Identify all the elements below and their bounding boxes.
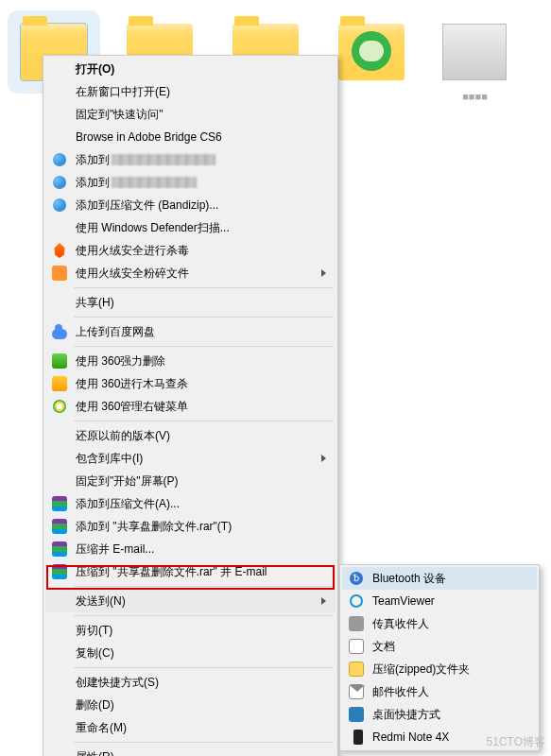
- menu-cut[interactable]: 剪切(T): [45, 619, 336, 642]
- zip-icon: [348, 661, 365, 678]
- menu-separator: [74, 667, 334, 668]
- submenu-desktop-shortcut[interactable]: 桌面快捷方式: [342, 703, 537, 726]
- desktop-icon: [348, 706, 365, 723]
- tinder-icon: [51, 242, 68, 259]
- menu-bandizip-addto-2[interactable]: 添加到: [45, 171, 336, 194]
- submenu-bluetooth[interactable]: ␢ Bluetooth 设备: [342, 567, 537, 590]
- menu-360-force-delete[interactable]: 使用 360强力删除: [45, 350, 336, 372]
- submenu-arrow-icon: [321, 269, 326, 277]
- menu-separator: [74, 586, 334, 587]
- menu-tinder-scan[interactable]: 使用火绒安全进行杀毒: [45, 239, 336, 262]
- menu-separator: [74, 287, 334, 288]
- menu-360-trojan-scan[interactable]: 使用 360进行木马查杀: [45, 372, 336, 395]
- menu-share[interactable]: 共享(H): [45, 291, 336, 314]
- redacted-text: [112, 177, 197, 188]
- submenu-compressed-folder[interactable]: 压缩(zipped)文件夹: [342, 658, 537, 680]
- monkey-icon: [352, 31, 391, 71]
- menu-delete[interactable]: 删除(D): [45, 694, 336, 716]
- bandizip-icon: [51, 197, 68, 214]
- submenu-documents[interactable]: 文档: [342, 635, 537, 658]
- menu-copy[interactable]: 复制(C): [45, 642, 336, 664]
- redacted-text: [112, 154, 215, 165]
- menu-rar-add[interactable]: 添加到压缩文件(A)...: [45, 492, 336, 515]
- menu-properties[interactable]: 属性(R): [45, 746, 336, 756]
- menu-open-new-window[interactable]: 在新窗口中打开(E): [45, 80, 336, 103]
- menu-include-library[interactable]: 包含到库中(I): [45, 447, 336, 470]
- menu-tinder-shred[interactable]: 使用火绒安全粉碎文件: [45, 262, 336, 284]
- menu-pin-quick-access[interactable]: 固定到"快速访问": [45, 103, 336, 126]
- submenu-arrow-icon: [321, 597, 326, 605]
- phone-icon: [348, 729, 365, 746]
- 360-icon: [51, 398, 68, 415]
- menu-adobe-bridge[interactable]: Browse in Adobe Bridge CS6: [45, 126, 336, 148]
- fax-icon: [348, 615, 365, 632]
- cloud-icon: [51, 323, 68, 340]
- watermark-text: 51CTO博客: [487, 734, 545, 750]
- menu-360-context-menu[interactable]: 使用 360管理右键菜单: [45, 395, 336, 418]
- menu-separator: [74, 346, 334, 347]
- sendto-submenu: ␢ Bluetooth 设备 TeamViewer 传真收件人 文档 压缩(zi…: [339, 564, 540, 751]
- menu-open[interactable]: 打开(O): [45, 58, 336, 80]
- menu-separator: [74, 615, 334, 616]
- folder-item[interactable]: [338, 24, 405, 80]
- teamviewer-icon: [348, 593, 365, 610]
- winrar-icon: [51, 563, 68, 580]
- winrar-icon: [51, 495, 68, 512]
- menu-create-shortcut[interactable]: 创建快捷方式(S): [45, 671, 336, 694]
- trash-icon: [51, 352, 68, 369]
- submenu-teamviewer[interactable]: TeamViewer: [342, 590, 537, 612]
- file-thumbnail[interactable]: [442, 24, 507, 80]
- menu-rename[interactable]: 重命名(M): [45, 716, 336, 739]
- menu-bandizip-compress[interactable]: 添加到压缩文件 (Bandizip)...: [45, 194, 336, 216]
- desktop: ■■■■ 打开(O) 在新窗口中打开(E) 固定到"快速访问" Browse i…: [0, 0, 551, 756]
- menu-send-to[interactable]: 发送到(N): [45, 590, 336, 612]
- winrar-icon: [51, 541, 68, 558]
- menu-rar-addto[interactable]: 添加到 "共享盘删除文件.rar"(T): [45, 515, 336, 538]
- menu-baidu-upload[interactable]: 上传到百度网盘: [45, 320, 336, 343]
- menu-separator: [74, 317, 334, 318]
- bandizip-icon: [51, 151, 68, 168]
- menu-restore-versions[interactable]: 还原以前的版本(V): [45, 424, 336, 447]
- menu-pin-start[interactable]: 固定到"开始"屏幕(P): [45, 470, 336, 492]
- menu-defender-scan[interactable]: 使用 Windows Defender扫描...: [45, 216, 336, 239]
- context-menu: 打开(O) 在新窗口中打开(E) 固定到"快速访问" Browse in Ado…: [43, 55, 338, 756]
- trojan-icon: [51, 375, 68, 392]
- submenu-fax[interactable]: 传真收件人: [342, 612, 537, 635]
- menu-separator: [74, 742, 334, 743]
- submenu-arrow-icon: [321, 455, 326, 462]
- shredder-icon: [51, 265, 68, 282]
- menu-rar-email[interactable]: 压缩并 E-mail...: [45, 538, 336, 560]
- menu-separator: [74, 421, 334, 421]
- bluetooth-icon: ␢: [348, 570, 365, 587]
- document-icon: [348, 638, 365, 655]
- bandizip-icon: [51, 174, 68, 191]
- winrar-icon: [51, 518, 68, 535]
- menu-bandizip-addto-1[interactable]: 添加到: [45, 148, 336, 171]
- mail-icon: [348, 683, 365, 700]
- menu-rar-addto-email[interactable]: 压缩到 "共享盘删除文件.rar" 并 E-mail: [45, 560, 336, 583]
- submenu-mail-recipient[interactable]: 邮件收件人: [342, 680, 537, 703]
- thumb-label: ■■■■: [435, 91, 515, 102]
